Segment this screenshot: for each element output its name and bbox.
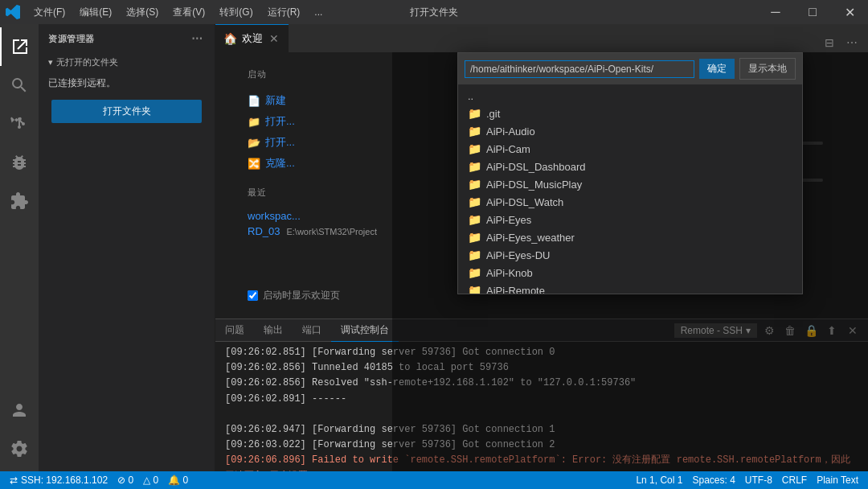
activity-explorer[interactable] [0,27,39,66]
file-item-cam[interactable]: 📁 AiPi-Cam [458,140,802,158]
status-info[interactable]: 🔔 0 [163,471,193,489]
file-item-dsl-dashboard[interactable]: 📁 AiPi-DSL_Dashboard [458,158,802,175]
show-welcome-label: 启动时显示欢迎页 [263,289,340,302]
activity-search[interactable] [0,66,39,105]
status-eol[interactable]: CRLF [777,471,812,489]
file-dialog-confirm-button[interactable]: 确定 [699,59,735,79]
close-button[interactable]: ✕ [831,0,868,24]
new-file-icon[interactable]: ⋯ [189,31,205,47]
menu-more[interactable]: ... [308,3,329,21]
file-dialog-header: 确定 显示本地 [458,53,802,84]
menu-view[interactable]: 查看(V) [166,2,211,23]
file-item-audio[interactable]: 📁 AiPi-Audio [458,122,802,140]
dotdot-icon: .. [468,90,473,102]
menu-edit[interactable]: 编辑(E) [73,2,118,23]
open-folder-button[interactable]: 打开文件夹 [51,100,202,123]
activity-extensions[interactable] [0,182,39,220]
folder-icon-git: 📁 [468,107,481,120]
status-encoding-label: UTF-8 [745,475,772,486]
status-bar: ⇄ SSH: 192.168.1.102 ⊘ 0 △ 0 🔔 0 Ln 1, C… [0,471,868,489]
folder-icon-remote: 📁 [468,284,481,294]
title-bar: 文件(F) 编辑(E) 选择(S) 查看(V) 转到(G) 运行(R) ... … [0,0,868,24]
new-file-icon: 📄 [248,95,260,107]
panel-tab-debug[interactable]: 调试控制台 [331,319,399,342]
connected-remote-label: 已连接到远程。 [39,75,215,97]
file-dialog-path-input[interactable] [465,60,694,78]
file-name-knob: AiPi-Knob [486,267,533,279]
split-editor-icon[interactable]: ⊟ [820,33,839,52]
file-name-git: .git [486,108,500,120]
minimize-button[interactable]: ─ [757,0,794,24]
status-warnings-label: △ 0 [143,475,158,486]
menu-run[interactable]: 运行(R) [261,2,307,23]
title-bar-menus: 文件(F) 编辑(E) 选择(S) 查看(V) 转到(G) 运行(R) ... [0,2,329,23]
file-name-eyes: AiPi-Eyes [486,214,531,226]
folder-icon-dsl-dash: 📁 [468,160,481,173]
panel-tab-ports[interactable]: 端口 [293,319,331,342]
file-name-dsl-music: AiPi-DSL_MusicPlay [486,179,582,191]
chevron-down-icon: ▾ [48,57,53,68]
tab-welcome[interactable]: 🏠 欢迎 ✕ [215,24,289,52]
file-name-remote: AiPi-Remote [486,285,545,294]
menu-goto[interactable]: 转到(G) [213,2,259,23]
file-item-git[interactable]: 📁 .git [458,105,802,122]
tab-bar: 🏠 欢迎 ✕ ⊟ ⋯ [215,24,868,52]
sidebar-header: 资源管理器 ⋯ [39,24,215,50]
no-open-files-label: 无打开的文件夹 [56,56,118,68]
activity-bar [0,24,39,471]
more-actions-icon[interactable]: ⋯ [842,33,862,52]
title-bar-title: 打开文件夹 [410,6,458,19]
tab-actions: ⊟ ⋯ [820,33,868,52]
activity-debug[interactable] [0,143,39,182]
file-item-eyes-weather[interactable]: 📁 AiPi-Eyes_weather [458,228,802,246]
activity-git[interactable] [0,105,39,143]
maximize-button[interactable]: □ [794,0,831,24]
folder-icon-eyes-du: 📁 [468,249,481,261]
file-name-audio: AiPi-Audio [486,125,535,138]
show-welcome-checkbox[interactable] [248,290,258,301]
status-spaces-label: Spaces: 4 [692,475,735,486]
folder-icon-audio: 📁 [468,125,481,138]
file-item-knob[interactable]: 📁 AiPi-Knob [458,264,802,281]
editor-area: 🏠 欢迎 ✕ ⊟ ⋯ 启动 📄 新建 [215,24,868,471]
file-item-dsl-music[interactable]: 📁 AiPi-DSL_MusicPlay [458,175,802,193]
file-dialog-list[interactable]: .. 📁 .git 📁 AiPi-Audio 📁 AiPi-Cam [458,84,802,294]
status-eol-label: CRLF [782,475,807,486]
tab-welcome-icon: 🏠 [223,32,237,45]
activity-account[interactable] [0,391,39,429]
status-remote[interactable]: ⇄ SSH: 192.168.1.102 [5,471,113,489]
file-dialog-show-local-button[interactable]: 显示本地 [739,58,796,80]
file-name-dsl-dash: AiPi-DSL_Dashboard [486,161,586,173]
tab-welcome-close[interactable]: ✕ [268,31,280,47]
status-warnings[interactable]: △ 0 [138,471,163,489]
panel-tab-problems[interactable]: 问题 [215,319,254,342]
file-name-eyes-du: AiPi-Eyes-DU [486,249,550,261]
file-name-eyes-weather: AiPi-Eyes_weather [486,232,575,244]
menu-select[interactable]: 选择(S) [120,2,165,23]
file-item-dotdot[interactable]: .. [458,88,802,105]
file-dialog: 确定 显示本地 .. 📁 .git 📁 AiPi-Audio [457,52,803,294]
status-encoding[interactable]: UTF-8 [740,471,777,489]
status-errors-label: ⊘ 0 [117,475,133,486]
panel-tab-output[interactable]: 输出 [254,319,293,342]
folder-icon-cam: 📁 [468,142,481,155]
folder-icon-dsl-music: 📁 [468,178,481,191]
activity-bar-bottom [0,391,39,471]
menu-file[interactable]: 文件(F) [27,2,72,23]
file-item-eyes[interactable]: 📁 AiPi-Eyes [458,211,802,228]
file-item-remote[interactable]: 📁 AiPi-Remote [458,281,802,294]
file-name-cam: AiPi-Cam [486,143,530,155]
file-item-dsl-watch[interactable]: 📁 AiPi-DSL_Watch [458,193,802,211]
file-item-eyes-du[interactable]: 📁 AiPi-Eyes-DU [458,246,802,264]
status-spaces[interactable]: Spaces: 4 [687,471,739,489]
sidebar-title: 资源管理器 [48,33,95,45]
status-errors[interactable]: ⊘ 0 [113,471,138,489]
recent-item-path-1: E:\work\STM32\Project [286,227,376,236]
folder-icon-knob: 📁 [468,266,481,279]
status-position[interactable]: Ln 1, Col 1 [631,471,687,489]
main-area: 资源管理器 ⋯ ▾ 无打开的文件夹 已连接到远程。 打开文件夹 🏠 欢迎 ✕ ⊟… [0,24,868,471]
activity-settings[interactable] [0,429,39,468]
status-language[interactable]: Plain Text [812,471,863,489]
tab-welcome-label: 欢迎 [242,31,263,46]
file-name-dsl-watch: AiPi-DSL_Watch [486,196,563,208]
